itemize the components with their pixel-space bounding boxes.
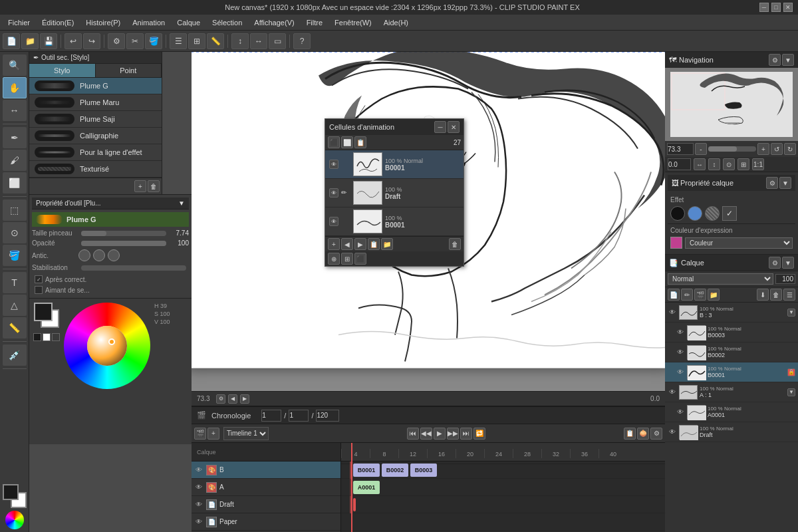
zoom-slider[interactable] [708,146,756,152]
nav-expand-btn[interactable]: ▼ [782,54,794,66]
menu-animation[interactable]: Animation [127,17,170,28]
subtool-item-plumeg[interactable]: Plume G [29,78,162,94]
aimant-checkbox[interactable] [35,286,43,294]
tl-a-eye[interactable]: 👁 [194,483,203,492]
tool-zoom[interactable]: 🔍 [3,55,27,76]
transparent-mini[interactable] [52,333,60,341]
tool-lasso[interactable]: ⊙ [3,222,27,243]
anim-cell-2[interactable]: 👁 ✏ 100 % Draft [325,179,464,207]
nav-preview[interactable] [665,68,798,141]
nav-fit[interactable]: ⊞ [737,158,749,170]
menu-fenetre[interactable]: Fenêtre(W) [329,17,377,28]
anim-del-btn[interactable]: 🗑 [449,238,461,250]
effet-circle-black[interactable] [670,206,685,221]
anim-f2[interactable]: ⊞ [341,253,353,265]
tool-move[interactable]: ✋ [3,77,27,98]
layer-a0001[interactable]: 👁 100 % Normal A0001 [665,402,798,422]
nav-zoom-in[interactable]: + [757,143,769,155]
effet-check-btn[interactable]: ✓ [722,206,737,221]
calque-settings-btn[interactable]: ⚙ [766,177,778,189]
minimize-button[interactable]: ─ [759,3,769,12]
layer-new-folder[interactable]: 📁 [708,289,720,301]
nav-settings-btn[interactable]: ⚙ [769,54,781,66]
subtool-tab-point[interactable]: Point [96,64,162,77]
track-select[interactable]: Timeline 1 [223,427,269,440]
anim-folder-btn[interactable]: 📁 [381,238,393,250]
tl-onion[interactable]: 🧅 [637,428,649,440]
anim-f3[interactable]: ⬛ [354,253,366,265]
tl-layer-draft[interactable]: 👁 📄 Draft [192,496,340,513]
anim-copy-btn[interactable]: 📋 [368,238,380,250]
tl-settings[interactable]: ⚙ [650,428,662,440]
maximize-button[interactable]: □ [771,3,781,12]
layer-b0002-eye[interactable]: 👁 [676,348,685,357]
nav-zoom-out[interactable]: - [695,143,707,155]
layer-opacity-input[interactable] [775,274,795,284]
transform-btn[interactable]: ⚙ [108,33,125,49]
total-frame-input[interactable] [289,410,309,422]
layer-new-frame[interactable]: 🎬 [694,289,706,301]
tool-eyedrop[interactable]: 💉 [3,344,27,366]
delete-subtool-btn[interactable]: 🗑 [148,180,160,192]
tl-prev[interactable]: ◀◀ [420,428,432,440]
subtool-item-ligne[interactable]: Pour la ligne d'effet [29,144,162,161]
layer-b3-expand[interactable]: ▼ [787,309,795,317]
tool-pen[interactable]: ✒ [3,127,27,148]
menu-aide[interactable]: Aide(H) [378,17,414,28]
menu-affichage[interactable]: Affichage(V) [249,17,299,28]
anti-btn2[interactable] [93,249,105,261]
ruler-btn[interactable]: 📏 [207,33,224,49]
tl-next[interactable]: ▶▶ [447,428,459,440]
color-wheel-icon[interactable] [5,511,24,529]
fg-color-swatch[interactable] [3,484,19,500]
layer-b0001-eye[interactable]: 👁 [676,368,685,377]
new-btn[interactable]: 📄 [3,33,20,49]
add-subtool-btn[interactable]: + [134,180,146,192]
cell-eye-3[interactable]: 👁 [329,217,338,226]
layer-b0002[interactable]: 👁 100 % Normal B0002 [665,342,798,362]
nav-100[interactable]: 1:1 [752,158,764,170]
layer-blend-mode[interactable]: Normal [668,273,773,285]
layer-new-vector[interactable]: ✏ [681,289,693,301]
cell-lock-1[interactable] [341,160,350,169]
anim-tb-btn3[interactable]: 📋 [354,136,366,148]
layer-b3-eye[interactable]: 👁 [668,308,677,317]
subtool-item-plumesaji[interactable]: Plume Saji [29,111,162,128]
fg-mini[interactable] [33,333,41,341]
redo-btn[interactable]: ↪ [83,33,100,49]
layer-expand-btn[interactable]: ▼ [782,257,794,269]
layer-delete[interactable]: 🗑 [770,289,782,301]
menu-calque[interactable]: Calque [172,17,205,28]
tl-layer-b[interactable]: 👁 🎨 B [192,462,340,479]
cell-eye-2[interactable]: 👁 [329,188,338,198]
effet-circle-pattern[interactable] [705,206,720,221]
save-btn[interactable]: 💾 [40,33,57,49]
cell-draft-icon-2[interactable]: ✏ [341,188,350,198]
open-btn[interactable]: 📁 [21,33,39,49]
taille-slider[interactable] [81,231,166,236]
canvas-ctrl1[interactable]: ⚙ [216,394,225,404]
help-btn[interactable]: ? [293,33,311,49]
tl-layer-paper[interactable]: 👁 📄 Paper [192,513,340,531]
anim-min-btn[interactable]: ─ [434,121,446,133]
menu-filtre[interactable]: Filtre [301,17,328,28]
track-b-b0003[interactable]: B0003 [410,464,437,477]
tool-transform[interactable]: ↔ [3,100,27,121]
opacite-slider[interactable] [81,241,166,246]
nav-rotate-cw[interactable]: ↻ [784,143,796,155]
anti-btn1[interactable] [78,249,90,261]
layer-more[interactable]: ☰ [783,289,795,301]
layer-b0001[interactable]: 👁 100 % Normal B0001 🔒 [665,362,798,382]
close-button[interactable]: ✕ [783,3,793,12]
frame-btn[interactable]: ▭ [269,33,286,49]
layer-a1[interactable]: 👁 100 % Normal A : 1 ▼ [665,382,798,402]
couleur-select[interactable]: Couleur [685,237,793,249]
layer-merge-down[interactable]: ⬇ [757,289,769,301]
current-frame-input[interactable] [261,410,281,422]
color-wheel[interactable] [64,303,150,389]
subtool-item-calligraphie[interactable]: Calligraphie [29,128,162,144]
anim-close-btn[interactable]: ✕ [448,121,460,133]
subtool-tab-stylo[interactable]: Stylo [29,64,96,77]
layer-b0003-eye[interactable]: 👁 [676,328,685,337]
bg-mini[interactable] [43,333,51,341]
